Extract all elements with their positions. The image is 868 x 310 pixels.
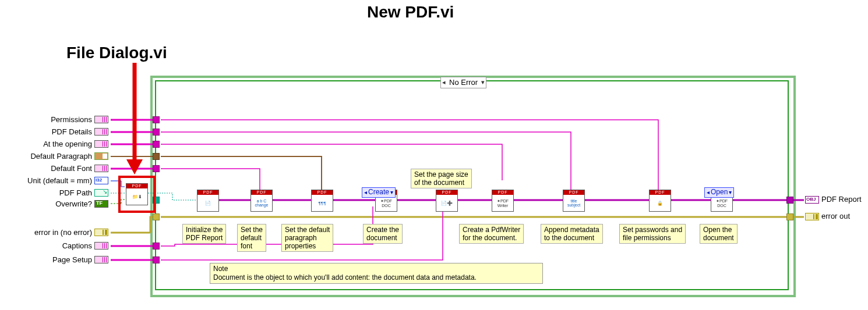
tunnel-page-setup: [153, 256, 160, 263]
tip-create-doc: Create the document: [363, 224, 403, 244]
set-font-vi[interactable]: PDF a b C change: [250, 190, 273, 212]
terminal-default-font[interactable]: [94, 165, 108, 172]
terminal-pdf-path[interactable]: [94, 189, 108, 197]
pdf-icon: PDF: [492, 190, 513, 195]
terminal-error-in[interactable]: [94, 229, 108, 236]
label-overwrite: Overwrite?: [17, 199, 92, 208]
label-page-setup: Page Setup: [17, 255, 92, 264]
poly-selector-create[interactable]: Create: [362, 187, 396, 198]
metadata-vi[interactable]: PDF title subject: [563, 190, 585, 212]
svg-marker-0: [126, 159, 143, 174]
pdf-icon: PDF: [197, 190, 218, 195]
note-body: Document is the object to which you'll a…: [213, 273, 539, 282]
pdf-icon: PDF: [650, 190, 671, 195]
tunnel-default-paragraph: [153, 153, 160, 160]
label-captions: Captions: [17, 241, 92, 250]
lock-icon: 🔒: [650, 195, 671, 211]
label-permissions: Permissions: [17, 115, 92, 124]
file-dialog-vi[interactable]: PDF 📁⬇: [126, 183, 148, 205]
terminal-unit[interactable]: [94, 177, 108, 184]
file-dialog-icon: 📁⬇: [126, 188, 147, 205]
tip-permissions: Set passwords and file permissions: [619, 224, 686, 244]
tunnel-report-out: [786, 197, 793, 204]
pdf-icon: PDF: [563, 190, 584, 195]
pdf-icon: PDF: [436, 190, 457, 195]
terminal-permissions[interactable]: [94, 116, 108, 123]
terminal-pdf-details[interactable]: [94, 128, 108, 136]
page-plus-icon: 📄➕: [436, 195, 457, 211]
indicator-pdf-report[interactable]: [805, 196, 819, 204]
tunnel-pdf-details: [153, 129, 160, 136]
pdf-icon: PDF: [251, 190, 272, 195]
tip-set-para: Set the default paragraph properties: [281, 224, 333, 252]
label-unit: Unit (default = mm): [0, 176, 92, 185]
terminal-default-paragraph[interactable]: [94, 152, 108, 160]
permissions-vi[interactable]: PDF 🔒: [649, 190, 671, 212]
label-pdf-path: PDF Path: [17, 188, 92, 197]
tunnel-default-font: [153, 165, 160, 172]
terminal-page-setup[interactable]: [94, 256, 108, 263]
tunnel-error-in: [153, 213, 160, 220]
terminal-overwrite[interactable]: [94, 200, 108, 208]
tip-pdfwriter: Create a PdfWriter for the document.: [459, 224, 524, 244]
label-at-opening: At the opening: [17, 140, 92, 148]
tip-set-font: Set the default font: [237, 224, 266, 252]
pdfwriter-vi[interactable]: PDF ✦PDF Writer: [492, 190, 514, 212]
font-icon: a b C change: [251, 195, 272, 211]
note-title: Note: [213, 265, 539, 273]
case-structure-inner: [155, 80, 789, 290]
tunnel-captions: [153, 243, 160, 250]
set-paragraph-vi[interactable]: PDF ¶¶¶: [311, 190, 333, 212]
writer-icon: ✦PDF Writer: [492, 195, 513, 211]
case-selector[interactable]: No Error: [440, 77, 486, 88]
initialize-vi[interactable]: PDF 📄: [197, 190, 219, 212]
page-title: New PDF.vi: [367, 3, 454, 22]
tip-initialize: Initialize the PDF Report: [182, 224, 226, 244]
annotation-title: File Dialog.vi: [66, 44, 167, 62]
tip-open-doc: Open the document: [700, 224, 738, 244]
page-size-vi[interactable]: PDF 📄➕: [436, 190, 458, 212]
metadata-icon: title subject: [563, 195, 584, 211]
tunnel-at-opening: [153, 141, 160, 148]
note-box: Note Document is the object to which you…: [210, 263, 543, 284]
terminal-at-opening[interactable]: [94, 140, 108, 148]
tip-page-size: Set the page size of the document: [411, 169, 472, 188]
label-pdf-details: PDF Details: [17, 127, 92, 136]
label-error-out: error out: [821, 212, 868, 220]
label-default-font: Default Font: [17, 164, 92, 173]
tip-metadata: Append metadata to the document: [541, 224, 603, 244]
poly-selector-open[interactable]: Open: [704, 187, 734, 198]
page-icon: 📄: [197, 195, 218, 211]
label-pdf-report: PDF Report: [821, 195, 868, 204]
pdf-icon: PDF: [312, 190, 333, 195]
label-default-paragraph: Default Paragraph: [6, 152, 92, 161]
label-error-in: error in (no error): [6, 228, 92, 237]
indicator-error-out[interactable]: [805, 213, 819, 220]
paragraph-icon: ¶¶¶: [312, 195, 333, 211]
tunnel-permissions: [153, 116, 160, 123]
pdf-icon: PDF: [126, 184, 147, 188]
tunnel-error-out: [786, 213, 793, 220]
terminal-captions[interactable]: [94, 242, 108, 250]
